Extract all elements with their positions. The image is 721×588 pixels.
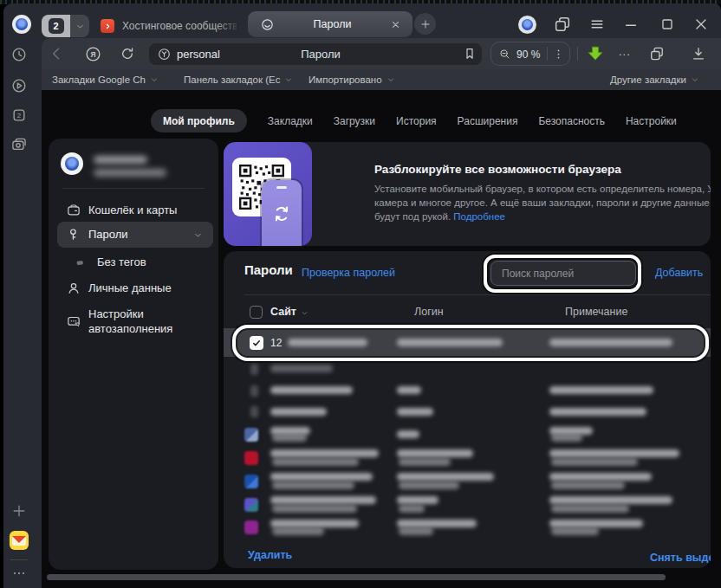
redacted-checkbox <box>250 406 258 417</box>
add-panel-icon[interactable] <box>10 502 28 520</box>
redacted-text <box>397 520 477 527</box>
redacted-text <box>272 481 354 489</box>
zoom-level: 90 % <box>516 48 540 61</box>
tabs-count-sidebar-icon[interactable]: 2 <box>10 107 28 124</box>
password-row[interactable] <box>224 423 711 445</box>
bookmark-folder-imported[interactable]: Импортировано <box>309 69 396 90</box>
redacted-text <box>270 365 333 372</box>
person-icon <box>66 281 81 296</box>
tab-security[interactable]: Безопасность <box>538 115 605 127</box>
screenshot-sidebar-icon[interactable] <box>10 136 28 153</box>
password-row[interactable] <box>224 516 711 539</box>
history-sidebar-icon[interactable] <box>10 46 28 63</box>
horizontal-scrollbar[interactable] <box>47 574 666 580</box>
account-avatar[interactable] <box>518 16 536 34</box>
tab-bookmarks[interactable]: Закладки <box>268 115 313 127</box>
plus-icon <box>419 18 432 30</box>
yandex-home-icon[interactable]: Я <box>84 45 102 63</box>
toolbar-more[interactable]: ... <box>619 45 631 58</box>
check-passwords-link[interactable]: Проверка паролей <box>302 267 395 279</box>
zoom-out-icon[interactable] <box>498 48 511 61</box>
tab-my-profile[interactable]: Мой профиль <box>151 109 247 132</box>
annotation-search-highlight <box>484 255 641 293</box>
redacted-text <box>397 430 419 438</box>
zoom-menu-icon[interactable] <box>552 48 565 61</box>
reload-icon[interactable] <box>119 45 136 62</box>
tab-group-expand[interactable] <box>70 15 89 37</box>
password-row[interactable] <box>224 359 711 378</box>
maximize-icon[interactable] <box>659 16 676 33</box>
menu-item-personal-data[interactable]: Личные данные <box>57 275 213 301</box>
new-tab-button[interactable] <box>414 13 436 35</box>
redacted-text <box>549 408 646 416</box>
password-row[interactable] <box>224 493 711 516</box>
banner-line: Установите мобильный браузер, в котором … <box>374 182 711 196</box>
profile-panel-avatar <box>61 152 83 175</box>
passwords-title: Пароли <box>244 262 293 277</box>
tab-extensions[interactable]: Расширения <box>458 115 518 127</box>
delete-link[interactable]: Удалить <box>248 549 292 561</box>
tab-panel-icon[interactable] <box>553 15 572 34</box>
tab-downloads[interactable]: Загрузки <box>334 115 375 127</box>
chevron-right-icon <box>103 22 113 31</box>
menu-label: Кошелёк и карты <box>88 204 177 216</box>
tab-group-control[interactable]: 2 <box>42 15 89 37</box>
autofill-icon <box>66 313 81 329</box>
bookmark-folder-panel[interactable]: Панель закладок (Ec <box>184 69 294 90</box>
profile-panel-divider <box>62 188 205 189</box>
avatar-face <box>522 19 533 30</box>
password-row[interactable] <box>224 446 711 469</box>
banner-line: будут под рукой. Подробнее <box>374 210 711 223</box>
yandex-mail-icon[interactable] <box>9 530 29 551</box>
menu-item-passwords[interactable]: Пароли <box>57 222 213 248</box>
deselect-link-clip[interactable]: Снять выделе <box>650 549 711 563</box>
bookmark-label: Импортировано <box>309 74 382 85</box>
active-download-icon[interactable] <box>586 44 605 63</box>
banner-more-link[interactable]: Подробнее <box>453 211 505 222</box>
collections-icon[interactable] <box>648 45 666 62</box>
zoom-divider <box>547 47 548 61</box>
tab-title-fade <box>215 15 246 37</box>
deselect-link[interactable]: Снять выделе <box>650 552 711 563</box>
profile-avatar[interactable] <box>12 15 31 34</box>
toolbar-separator <box>577 47 578 61</box>
back-icon[interactable] <box>48 45 65 62</box>
minimize-icon[interactable] <box>622 16 640 33</box>
redacted-text <box>399 527 433 535</box>
more-sidebar-icon[interactable] <box>10 565 28 582</box>
chevron-down-icon <box>75 21 86 32</box>
redacted-checkbox <box>250 364 258 375</box>
chevron-down-icon <box>386 74 396 85</box>
bookmark-flag-icon[interactable] <box>462 46 477 61</box>
menu-item-no-tags[interactable]: Без тегов <box>57 251 213 274</box>
tab-close-icon[interactable] <box>390 19 401 30</box>
protect-shield-icon[interactable] <box>157 47 172 61</box>
password-row[interactable] <box>224 401 711 423</box>
video-sidebar-icon[interactable] <box>10 77 28 94</box>
tab-favicon-red <box>101 19 114 33</box>
tab-count-badge: 2 <box>49 18 64 34</box>
tab-passwords[interactable]: Пароли <box>248 11 412 37</box>
bookmark-folder-google[interactable]: Закладки Google Ch <box>52 69 159 90</box>
password-row[interactable] <box>224 380 711 401</box>
screenshot-root: 2 Хостинговое сообщество Пароли 2 Я <box>0 0 721 588</box>
bookmark-other[interactable]: Другие закладки <box>610 69 700 90</box>
bookmark-label: Другие закладки <box>610 74 686 85</box>
key-icon <box>66 227 81 242</box>
menu-item-autofill[interactable]: Настройки автозаполнения <box>57 303 213 341</box>
menu-item-wallet[interactable]: Кошелёк и карты <box>57 197 213 223</box>
redacted-text <box>272 458 359 466</box>
menu-icon[interactable] <box>588 16 606 33</box>
tab-settings[interactable]: Настройки <box>626 115 677 127</box>
downloads-icon[interactable] <box>690 45 707 62</box>
tab-history[interactable]: История <box>396 115 437 127</box>
close-icon[interactable] <box>692 16 710 33</box>
passwords-divider <box>244 294 711 295</box>
site-favicon <box>244 520 258 534</box>
settings-nav-tabs: Мой профиль Закладки Загрузки История Ра… <box>151 109 677 132</box>
header-checkbox[interactable] <box>250 306 263 319</box>
chevron-down-icon <box>283 74 294 85</box>
add-password-link[interactable]: Добавить <box>655 267 703 279</box>
password-row[interactable] <box>224 469 711 493</box>
column-site[interactable]: Сайт <box>270 306 296 318</box>
